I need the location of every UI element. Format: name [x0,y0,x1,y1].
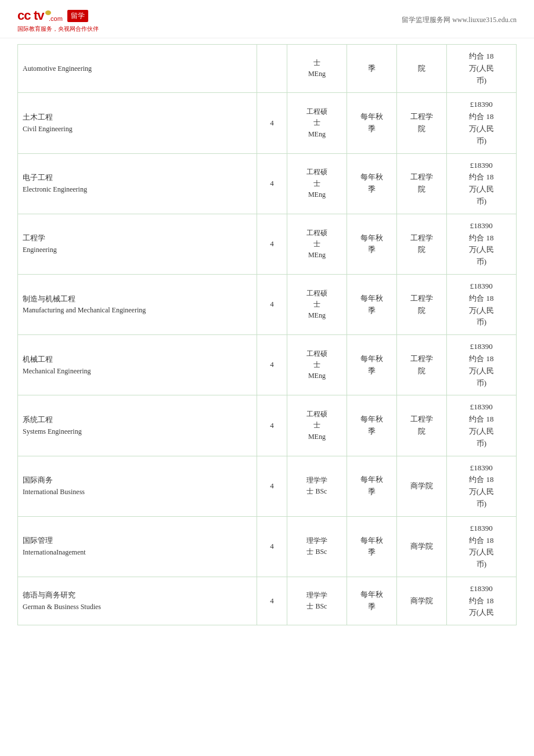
course-intake: 每年秋 季 [347,274,396,334]
course-years [257,45,287,93]
course-en-name: InternationaInagement [23,547,252,558]
course-name-cell: 国际商务International Business [18,456,257,516]
table-row: 土木工程Civil Engineering4工程硕 士 MEng每年秋 季工程学… [18,93,517,153]
course-en-name: Electronic Engineering [23,184,252,195]
course-name-cell: 制造与机械工程Manufacturing and Mechanical Engi… [18,274,257,334]
course-fee: £18390 约合 18 万(人民 [446,577,516,625]
course-degree: 工程硕 士 MEng [287,335,347,395]
course-intake: 每年秋 季 [347,516,396,577]
course-years: 4 [257,456,287,516]
course-name-cell: 机械工程Mechanical Engineering [18,335,257,395]
svg-text:tv: tv [34,8,45,23]
course-fee: £18390 约合 18 万(人民 币) [446,274,516,334]
course-college: 工程学 院 [396,395,446,456]
course-en-name: International Business [23,487,252,498]
course-name-cell: 国际管理InternationaInagement [18,516,257,577]
course-fee: £18390 约合 18 万(人民 币) [446,395,516,456]
tagline: 国际教育服务，央视网合作伙伴 [17,25,99,33]
main-table-container: Automotive Engineering士 MEng季院约合 18 万(人民… [0,38,534,631]
table-row: 德语与商务研究German & Business Studies4理学学 士 B… [18,577,517,625]
course-college: 工程学 院 [396,214,446,274]
courses-table: Automotive Engineering士 MEng季院约合 18 万(人民… [17,44,517,625]
course-years: 4 [257,153,287,214]
course-college: 工程学 院 [396,335,446,395]
cctv-logo-svg: cc tv .com [17,7,64,24]
table-row: 工程学Engineering4工程硕 士 MEng每年秋 季工程学 院£1839… [18,214,517,274]
course-intake: 每年秋 季 [347,153,396,214]
course-en-name: Mechanical Engineering [23,366,252,377]
course-years: 4 [257,516,287,577]
course-cn-name: 国际管理 [23,535,252,547]
page-header: cc tv .com 留学 国际教育服务，央视网合作伙伴 留学监理服务网 www… [0,0,534,38]
course-intake: 每年秋 季 [347,577,396,625]
course-degree: 工程硕 士 MEng [287,395,347,456]
course-name-cell: 电子工程Electronic Engineering [18,153,257,214]
course-cn-name: 制造与机械工程 [23,293,252,305]
course-fee: £18390 约合 18 万(人民 币) [446,93,516,153]
course-years: 4 [257,577,287,625]
course-degree: 理学学 士 BSc [287,577,347,625]
svg-point-2 [45,10,51,15]
course-years: 4 [257,395,287,456]
course-name-cell: 系统工程Systems Engineering [18,395,257,456]
course-en-name: Civil Engineering [23,124,252,135]
course-college: 商学院 [396,577,446,625]
course-fee: £18390 约合 18 万(人民 币) [446,335,516,395]
course-fee: £18390 约合 18 万(人民 币) [446,456,516,516]
table-row: 国际商务International Business4理学学 士 BSc每年秋 … [18,456,517,516]
course-cn-name: 工程学 [23,232,252,244]
table-row: 国际管理InternationaInagement4理学学 士 BSc每年秋 季… [18,516,517,577]
course-years: 4 [257,214,287,274]
svg-text:cc: cc [17,8,31,23]
course-name-cell: 土木工程Civil Engineering [18,93,257,153]
course-years: 4 [257,274,287,334]
course-fee: £18390 约合 18 万(人民 币) [446,153,516,214]
course-degree: 理学学 士 BSc [287,456,347,516]
course-en-name: Systems Engineering [23,426,252,437]
course-name-cell: 德语与商务研究German & Business Studies [18,577,257,625]
course-cn-name: 土木工程 [23,111,252,124]
course-years: 4 [257,335,287,395]
cctv-logo: cc tv .com [17,7,64,24]
table-row: 机械工程Mechanical Engineering4工程硕 士 MEng每年秋… [18,335,517,395]
liu-badge: 留学 [67,10,88,22]
course-fee: 约合 18 万(人民 币) [446,45,516,93]
site-info: 留学监理服务网 www.liuxue315.edu.cn [402,15,517,25]
table-row: Automotive Engineering士 MEng季院约合 18 万(人民… [18,45,517,93]
course-college: 商学院 [396,456,446,516]
course-name-cell: 工程学Engineering [18,214,257,274]
course-cn-name: 机械工程 [23,354,252,366]
course-intake: 每年秋 季 [347,335,396,395]
course-name-cell: Automotive Engineering [18,45,257,93]
course-degree: 士 MEng [287,45,347,93]
course-degree: 工程硕 士 MEng [287,214,347,274]
course-college: 工程学 院 [396,153,446,214]
course-cn-name: 电子工程 [23,172,252,184]
course-college: 工程学 院 [396,274,446,334]
course-college: 院 [396,45,446,93]
logo-area: cc tv .com 留学 国际教育服务，央视网合作伙伴 [17,7,99,33]
course-college: 商学院 [396,516,446,577]
course-years: 4 [257,93,287,153]
course-en-name: German & Business Studies [23,602,252,613]
course-cn-name: 系统工程 [23,414,252,426]
course-en-name: Engineering [23,244,252,255]
course-degree: 工程硕 士 MEng [287,153,347,214]
course-cn-name: 国际商务 [23,474,252,487]
table-row: 系统工程Systems Engineering4工程硕 士 MEng每年秋 季工… [18,395,517,456]
course-cn-name: 德语与商务研究 [23,589,252,602]
svg-text:.com: .com [49,15,63,22]
course-degree: 工程硕 士 MEng [287,274,347,334]
course-en-name: Manufacturing and Mechanical Engineering [23,305,252,316]
course-intake: 季 [347,45,396,93]
table-row: 电子工程Electronic Engineering4工程硕 士 MEng每年秋… [18,153,517,214]
course-degree: 理学学 士 BSc [287,516,347,577]
course-fee: £18390 约合 18 万(人民 币) [446,516,516,577]
course-intake: 每年秋 季 [347,93,396,153]
course-intake: 每年秋 季 [347,395,396,456]
course-degree: 工程硕 士 MEng [287,93,347,153]
course-intake: 每年秋 季 [347,456,396,516]
course-fee: £18390 约合 18 万(人民 币) [446,214,516,274]
course-en-name: Automotive Engineering [23,63,252,74]
course-intake: 每年秋 季 [347,214,396,274]
